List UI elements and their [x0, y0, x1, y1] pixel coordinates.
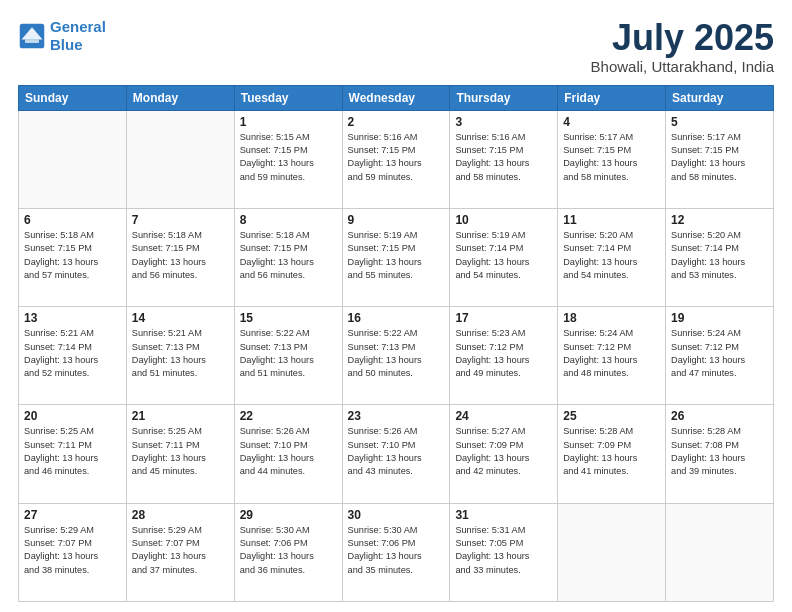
calendar-cell: 27Sunrise: 5:29 AM Sunset: 7:07 PM Dayli…	[19, 503, 127, 601]
location-title: Bhowali, Uttarakhand, India	[591, 58, 774, 75]
header-thursday: Thursday	[450, 85, 558, 110]
day-info: Sunrise: 5:18 AM Sunset: 7:15 PM Dayligh…	[132, 229, 229, 282]
day-number: 16	[348, 311, 445, 325]
page: General Blue July 2025 Bhowali, Uttarakh…	[0, 0, 792, 612]
day-info: Sunrise: 5:24 AM Sunset: 7:12 PM Dayligh…	[671, 327, 768, 380]
calendar-week-5: 27Sunrise: 5:29 AM Sunset: 7:07 PM Dayli…	[19, 503, 774, 601]
day-info: Sunrise: 5:21 AM Sunset: 7:14 PM Dayligh…	[24, 327, 121, 380]
day-info: Sunrise: 5:16 AM Sunset: 7:15 PM Dayligh…	[455, 131, 552, 184]
calendar-cell: 8Sunrise: 5:18 AM Sunset: 7:15 PM Daylig…	[234, 208, 342, 306]
day-number: 5	[671, 115, 768, 129]
calendar-cell: 18Sunrise: 5:24 AM Sunset: 7:12 PM Dayli…	[558, 307, 666, 405]
calendar-cell: 22Sunrise: 5:26 AM Sunset: 7:10 PM Dayli…	[234, 405, 342, 503]
day-info: Sunrise: 5:20 AM Sunset: 7:14 PM Dayligh…	[563, 229, 660, 282]
day-number: 6	[24, 213, 121, 227]
day-number: 22	[240, 409, 337, 423]
calendar-cell: 13Sunrise: 5:21 AM Sunset: 7:14 PM Dayli…	[19, 307, 127, 405]
logo-icon	[18, 22, 46, 50]
day-number: 13	[24, 311, 121, 325]
day-number: 25	[563, 409, 660, 423]
title-section: July 2025 Bhowali, Uttarakhand, India	[591, 18, 774, 75]
day-info: Sunrise: 5:26 AM Sunset: 7:10 PM Dayligh…	[348, 425, 445, 478]
header-friday: Friday	[558, 85, 666, 110]
day-info: Sunrise: 5:15 AM Sunset: 7:15 PM Dayligh…	[240, 131, 337, 184]
day-number: 26	[671, 409, 768, 423]
day-number: 9	[348, 213, 445, 227]
day-info: Sunrise: 5:24 AM Sunset: 7:12 PM Dayligh…	[563, 327, 660, 380]
calendar-cell: 28Sunrise: 5:29 AM Sunset: 7:07 PM Dayli…	[126, 503, 234, 601]
day-info: Sunrise: 5:30 AM Sunset: 7:06 PM Dayligh…	[240, 524, 337, 577]
day-info: Sunrise: 5:27 AM Sunset: 7:09 PM Dayligh…	[455, 425, 552, 478]
day-info: Sunrise: 5:30 AM Sunset: 7:06 PM Dayligh…	[348, 524, 445, 577]
day-info: Sunrise: 5:25 AM Sunset: 7:11 PM Dayligh…	[132, 425, 229, 478]
day-info: Sunrise: 5:28 AM Sunset: 7:08 PM Dayligh…	[671, 425, 768, 478]
logo-text: General Blue	[50, 18, 106, 54]
day-number: 8	[240, 213, 337, 227]
day-number: 29	[240, 508, 337, 522]
day-number: 23	[348, 409, 445, 423]
calendar-cell: 7Sunrise: 5:18 AM Sunset: 7:15 PM Daylig…	[126, 208, 234, 306]
calendar-cell	[19, 110, 127, 208]
calendar-cell: 10Sunrise: 5:19 AM Sunset: 7:14 PM Dayli…	[450, 208, 558, 306]
day-number: 17	[455, 311, 552, 325]
day-number: 19	[671, 311, 768, 325]
day-info: Sunrise: 5:19 AM Sunset: 7:14 PM Dayligh…	[455, 229, 552, 282]
day-number: 2	[348, 115, 445, 129]
svg-rect-2	[25, 40, 39, 44]
calendar-cell: 11Sunrise: 5:20 AM Sunset: 7:14 PM Dayli…	[558, 208, 666, 306]
calendar-cell: 16Sunrise: 5:22 AM Sunset: 7:13 PM Dayli…	[342, 307, 450, 405]
day-number: 7	[132, 213, 229, 227]
day-info: Sunrise: 5:22 AM Sunset: 7:13 PM Dayligh…	[240, 327, 337, 380]
calendar-cell: 21Sunrise: 5:25 AM Sunset: 7:11 PM Dayli…	[126, 405, 234, 503]
weekday-header-row: Sunday Monday Tuesday Wednesday Thursday…	[19, 85, 774, 110]
day-info: Sunrise: 5:31 AM Sunset: 7:05 PM Dayligh…	[455, 524, 552, 577]
logo: General Blue	[18, 18, 106, 54]
day-info: Sunrise: 5:26 AM Sunset: 7:10 PM Dayligh…	[240, 425, 337, 478]
calendar-cell: 25Sunrise: 5:28 AM Sunset: 7:09 PM Dayli…	[558, 405, 666, 503]
day-number: 30	[348, 508, 445, 522]
calendar-cell: 14Sunrise: 5:21 AM Sunset: 7:13 PM Dayli…	[126, 307, 234, 405]
header-tuesday: Tuesday	[234, 85, 342, 110]
day-number: 28	[132, 508, 229, 522]
day-info: Sunrise: 5:17 AM Sunset: 7:15 PM Dayligh…	[671, 131, 768, 184]
day-info: Sunrise: 5:17 AM Sunset: 7:15 PM Dayligh…	[563, 131, 660, 184]
calendar-cell: 24Sunrise: 5:27 AM Sunset: 7:09 PM Dayli…	[450, 405, 558, 503]
calendar-cell: 5Sunrise: 5:17 AM Sunset: 7:15 PM Daylig…	[666, 110, 774, 208]
calendar-week-3: 13Sunrise: 5:21 AM Sunset: 7:14 PM Dayli…	[19, 307, 774, 405]
header-wednesday: Wednesday	[342, 85, 450, 110]
calendar-cell: 26Sunrise: 5:28 AM Sunset: 7:08 PM Dayli…	[666, 405, 774, 503]
day-number: 14	[132, 311, 229, 325]
day-number: 4	[563, 115, 660, 129]
day-number: 12	[671, 213, 768, 227]
day-number: 24	[455, 409, 552, 423]
day-number: 10	[455, 213, 552, 227]
day-number: 18	[563, 311, 660, 325]
calendar-cell: 23Sunrise: 5:26 AM Sunset: 7:10 PM Dayli…	[342, 405, 450, 503]
calendar-cell: 6Sunrise: 5:18 AM Sunset: 7:15 PM Daylig…	[19, 208, 127, 306]
calendar: Sunday Monday Tuesday Wednesday Thursday…	[18, 85, 774, 602]
day-info: Sunrise: 5:28 AM Sunset: 7:09 PM Dayligh…	[563, 425, 660, 478]
day-number: 21	[132, 409, 229, 423]
day-info: Sunrise: 5:19 AM Sunset: 7:15 PM Dayligh…	[348, 229, 445, 282]
calendar-cell: 3Sunrise: 5:16 AM Sunset: 7:15 PM Daylig…	[450, 110, 558, 208]
day-info: Sunrise: 5:23 AM Sunset: 7:12 PM Dayligh…	[455, 327, 552, 380]
calendar-cell: 29Sunrise: 5:30 AM Sunset: 7:06 PM Dayli…	[234, 503, 342, 601]
calendar-cell: 30Sunrise: 5:30 AM Sunset: 7:06 PM Dayli…	[342, 503, 450, 601]
header-saturday: Saturday	[666, 85, 774, 110]
calendar-cell	[666, 503, 774, 601]
day-info: Sunrise: 5:29 AM Sunset: 7:07 PM Dayligh…	[24, 524, 121, 577]
calendar-cell: 20Sunrise: 5:25 AM Sunset: 7:11 PM Dayli…	[19, 405, 127, 503]
calendar-cell: 12Sunrise: 5:20 AM Sunset: 7:14 PM Dayli…	[666, 208, 774, 306]
calendar-week-4: 20Sunrise: 5:25 AM Sunset: 7:11 PM Dayli…	[19, 405, 774, 503]
calendar-cell: 19Sunrise: 5:24 AM Sunset: 7:12 PM Dayli…	[666, 307, 774, 405]
calendar-cell: 31Sunrise: 5:31 AM Sunset: 7:05 PM Dayli…	[450, 503, 558, 601]
day-info: Sunrise: 5:18 AM Sunset: 7:15 PM Dayligh…	[24, 229, 121, 282]
calendar-cell	[126, 110, 234, 208]
day-info: Sunrise: 5:25 AM Sunset: 7:11 PM Dayligh…	[24, 425, 121, 478]
calendar-week-2: 6Sunrise: 5:18 AM Sunset: 7:15 PM Daylig…	[19, 208, 774, 306]
header: General Blue July 2025 Bhowali, Uttarakh…	[18, 18, 774, 75]
day-info: Sunrise: 5:21 AM Sunset: 7:13 PM Dayligh…	[132, 327, 229, 380]
day-number: 20	[24, 409, 121, 423]
day-number: 27	[24, 508, 121, 522]
day-number: 15	[240, 311, 337, 325]
